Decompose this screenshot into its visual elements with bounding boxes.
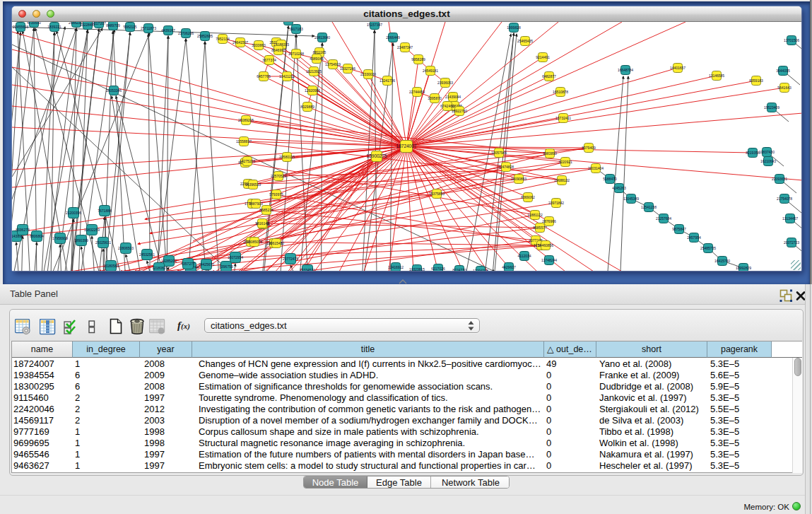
svg-text:8079409: 8079409 — [582, 146, 596, 150]
svg-text:6217026: 6217026 — [431, 267, 445, 271]
svg-text:14460856: 14460856 — [538, 243, 553, 247]
svg-text:6457765: 6457765 — [257, 74, 271, 78]
svg-text:2457954: 2457954 — [687, 235, 701, 240]
svg-text:9217207: 9217207 — [92, 22, 106, 25]
svg-text:20053346: 20053346 — [106, 88, 122, 93]
svg-text:24425670: 24425670 — [199, 262, 214, 267]
svg-text:8359183: 8359183 — [749, 78, 763, 83]
svg-text:23487347: 23487347 — [397, 45, 413, 49]
svg-text:10323815: 10323815 — [409, 267, 425, 271]
svg-text:16210643: 16210643 — [760, 159, 776, 163]
svg-text:7452134: 7452134 — [216, 37, 230, 41]
svg-text:21257684: 21257684 — [656, 216, 671, 221]
svg-text:22570529: 22570529 — [271, 174, 286, 178]
svg-text:3917183: 3917183 — [289, 27, 303, 31]
svg-text:19832259: 19832259 — [84, 228, 100, 232]
svg-text:21439044: 21439044 — [445, 95, 461, 99]
svg-text:10327246: 10327246 — [340, 66, 355, 71]
svg-text:25711873: 25711873 — [141, 26, 156, 30]
svg-text:10710248: 10710248 — [288, 52, 304, 56]
svg-text:1839221: 1839221 — [47, 25, 61, 29]
svg-text:19688132: 19688132 — [554, 178, 570, 182]
svg-text:19085076: 19085076 — [247, 240, 262, 244]
svg-text:24532561: 24532561 — [139, 252, 155, 257]
svg-text:20813640: 20813640 — [314, 35, 330, 40]
svg-text:9983893: 9983893 — [543, 151, 557, 156]
svg-text:8029889: 8029889 — [300, 105, 314, 109]
svg-text:20031404: 20031404 — [588, 166, 604, 170]
svg-text:8646997: 8646997 — [271, 48, 286, 52]
svg-text:3333883: 3333883 — [252, 43, 266, 47]
svg-text:6742460: 6742460 — [440, 104, 454, 108]
svg-text:13045349: 13045349 — [623, 197, 639, 201]
svg-text:23936053: 23936053 — [437, 81, 453, 85]
svg-text:12541238: 12541238 — [641, 205, 657, 209]
svg-text:14275203: 14275203 — [240, 159, 255, 163]
svg-text:19523409: 19523409 — [764, 105, 779, 110]
svg-text:22330030: 22330030 — [360, 72, 376, 76]
svg-text:20372723: 20372723 — [784, 240, 799, 245]
svg-text:21200396: 21200396 — [66, 211, 81, 215]
svg-text:25852685: 25852685 — [197, 34, 213, 38]
svg-text:16648784: 16648784 — [618, 68, 633, 72]
svg-text:8224730: 8224730 — [452, 268, 466, 271]
svg-text:11558837: 11558837 — [236, 139, 252, 144]
svg-text:15375853: 15375853 — [429, 192, 445, 196]
svg-text:15157347: 15157347 — [367, 23, 382, 27]
svg-text:8489709: 8489709 — [106, 23, 120, 28]
svg-text:5682115: 5682115 — [123, 25, 136, 29]
svg-text:2876966: 2876966 — [542, 219, 556, 223]
svg-text:24549181: 24549181 — [423, 69, 438, 73]
svg-text:18922760: 18922760 — [452, 109, 467, 113]
svg-text:4429607: 4429607 — [502, 265, 516, 269]
svg-text:9875847: 9875847 — [672, 227, 686, 231]
svg-text:13701506: 13701506 — [784, 38, 799, 42]
svg-text:1999828: 1999828 — [507, 25, 521, 30]
svg-text:19299464: 19299464 — [281, 22, 296, 23]
svg-text:10334531: 10334531 — [300, 268, 315, 271]
svg-text:25089205: 25089205 — [238, 118, 254, 122]
svg-text:4112034: 4112034 — [517, 254, 531, 258]
svg-text:13754919: 13754919 — [325, 62, 341, 66]
svg-text:5188470: 5188470 — [603, 177, 617, 181]
svg-text:22474828: 22474828 — [498, 165, 514, 169]
svg-text:6357277: 6357277 — [181, 262, 195, 266]
svg-text:22806503: 22806503 — [118, 246, 134, 250]
svg-text:21754078: 21754078 — [777, 197, 792, 201]
svg-text:18724007: 18724007 — [396, 144, 417, 148]
svg-text:20615450: 20615450 — [269, 241, 284, 245]
svg-text:13732411: 13732411 — [555, 116, 571, 120]
svg-text:8811165: 8811165 — [313, 50, 326, 54]
svg-text:9887903: 9887903 — [249, 201, 263, 206]
svg-text:9958289: 9958289 — [411, 57, 425, 62]
svg-text:8685577: 8685577 — [533, 226, 547, 230]
svg-text:16415740: 16415740 — [714, 259, 730, 263]
svg-text:22455603: 22455603 — [13, 25, 28, 29]
svg-text:9816145: 9816145 — [255, 221, 269, 226]
svg-text:4389045: 4389045 — [310, 57, 324, 61]
svg-text:9214491: 9214491 — [536, 55, 550, 59]
svg-text:16072954: 16072954 — [228, 255, 243, 259]
svg-text:4735650: 4735650 — [27, 22, 41, 25]
svg-text:15180586: 15180586 — [103, 264, 119, 268]
svg-text:8396759: 8396759 — [219, 264, 233, 269]
svg-text:18992829: 18992829 — [736, 266, 751, 270]
svg-text:13134457: 13134457 — [782, 216, 798, 221]
svg-text:6482877: 6482877 — [542, 74, 556, 78]
svg-text:5641643: 5641643 — [777, 86, 792, 90]
svg-text:13421212: 13421212 — [279, 74, 295, 78]
svg-text:8806804: 8806804 — [30, 234, 44, 238]
svg-text:4245263: 4245263 — [612, 186, 626, 190]
svg-text:11881122: 11881122 — [527, 213, 543, 217]
svg-text:4439167: 4439167 — [161, 28, 175, 33]
svg-text:5793975: 5793975 — [269, 192, 283, 197]
svg-text:22093651: 22093651 — [772, 177, 787, 181]
svg-text:13748244: 13748244 — [541, 258, 557, 262]
svg-text:7671884: 7671884 — [98, 209, 112, 213]
svg-text:3677374: 3677374 — [262, 58, 276, 62]
svg-text:17956909: 17956909 — [52, 236, 68, 240]
svg-text:10057945: 10057945 — [491, 151, 507, 155]
svg-text:24641507: 24641507 — [233, 40, 248, 45]
svg-text:8369062: 8369062 — [521, 195, 535, 199]
svg-text:2066449: 2066449 — [386, 35, 400, 40]
